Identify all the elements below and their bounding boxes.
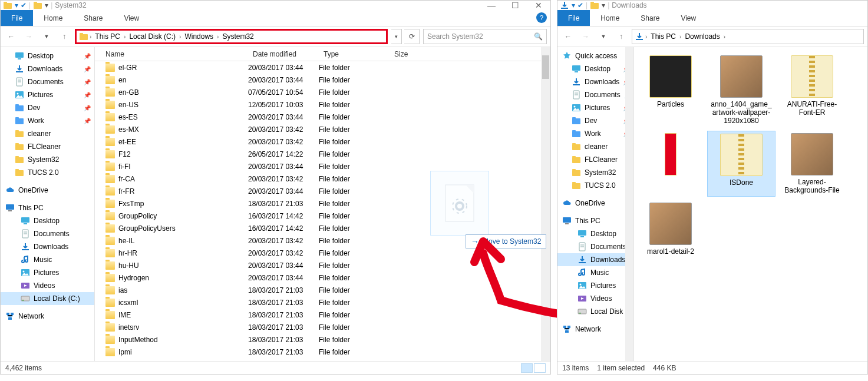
tab-home[interactable]: Home [33,10,73,26]
nav-item-documents[interactable]: Documents [1,227,94,240]
nav-onedrive[interactable]: OneDrive [1,184,94,197]
nav-item-downloads[interactable]: Downloads📌 [557,75,633,88]
nav-item-desktop[interactable]: Desktop📌 [557,62,633,75]
table-row[interactable]: Ipmi 18/03/2017 21:03 File folder [95,346,550,358]
search-input[interactable]: Search System32 🔍 [423,29,547,44]
nav-item-documents[interactable]: Documents [557,240,633,253]
nav-item-work[interactable]: Work📌 [557,127,633,140]
column-type[interactable]: Type [319,50,390,58]
nav-network[interactable]: Network [557,323,633,336]
breadcrumb[interactable]: Local Disk (C:) [127,32,178,41]
table-row[interactable]: F12 26/05/2017 14:22 File folder [95,148,550,160]
quick-access[interactable]: Quick access [557,49,633,62]
grid-item[interactable]: Particles [636,53,705,127]
details-view-button[interactable] [521,363,533,373]
nav-item-pictures[interactable]: Pictures📌 [1,88,94,101]
up-button[interactable]: ↑ [614,29,628,44]
nav-item-cleaner[interactable]: cleaner [557,140,633,153]
grid-item[interactable] [636,131,705,197]
breadcrumb[interactable]: Windows [182,32,216,41]
table-row[interactable]: en-GB 07/05/2017 10:54 File folder [95,86,550,98]
table-row[interactable]: ias 18/03/2017 21:03 File folder [95,284,550,296]
back-button[interactable]: ← [561,29,575,44]
nav-item-documents[interactable]: Documents📌 [557,88,633,101]
address-bar[interactable]: › This PC› Downloads› [632,29,864,44]
table-row[interactable]: es-ES 20/03/2017 03:44 File folder [95,111,550,123]
recent-button[interactable]: ▼ [39,29,54,44]
column-name[interactable]: Name [95,50,248,58]
nav-thispc[interactable]: This PC [1,201,94,214]
nav-item-flcleaner[interactable]: FLCleaner [1,140,94,153]
content-area[interactable]: Particles anno_1404_game_artwork-wallpap… [634,47,867,361]
nav-item-cleaner[interactable]: cleaner [1,127,94,140]
table-row[interactable]: hr-HR 20/03/2017 03:42 File folder [95,247,550,259]
grid-item[interactable]: Layered-Backgrounds-File [778,131,846,197]
tab-home[interactable]: Home [590,10,630,26]
column-headers[interactable]: Name Date modified Type Size [95,47,550,61]
breadcrumb[interactable]: This PC [93,32,123,41]
forward-button[interactable]: → [579,29,593,44]
up-button[interactable]: ↑ [57,29,71,44]
table-row[interactable]: IME 18/03/2017 21:03 File folder [95,309,550,321]
titlebar[interactable]: ▾ ✔ | ▾ | Downloads [557,1,867,10]
close-button[interactable]: ✕ [527,1,550,10]
breadcrumb[interactable]: System32 [220,32,256,41]
nav-thispc[interactable]: This PC [557,214,633,227]
chevron-right-icon[interactable]: › [90,34,91,40]
nav-item-music[interactable]: Music [557,266,633,279]
nav-item-videos[interactable]: Videos [1,279,94,292]
nav-item-downloads[interactable]: Downloads [557,253,633,266]
nav-item-flcleaner[interactable]: FLCleaner [557,153,633,166]
breadcrumb[interactable]: Downloads [682,32,722,41]
column-size[interactable]: Size [390,50,437,58]
recent-button[interactable]: ▼ [596,29,610,44]
back-button[interactable]: ← [4,29,18,44]
table-row[interactable]: es-MX 20/03/2017 03:42 File folder [95,123,550,135]
scrollbar[interactable] [625,47,633,361]
icons-view-button[interactable] [534,363,546,373]
nav-item-system32[interactable]: System32 [557,166,633,179]
nav-item-music[interactable]: Music [1,253,94,266]
nav-item-work[interactable]: Work📌 [1,114,94,127]
nav-item-videos[interactable]: Videos [557,292,633,305]
help-button[interactable]: ? [536,12,547,23]
scrollbar[interactable] [541,47,550,361]
nav-item-documents[interactable]: Documents📌 [1,75,94,88]
table-row[interactable]: en 20/03/2017 03:44 File folder [95,74,550,86]
table-row[interactable]: el-GR 20/03/2017 03:44 File folder [95,61,550,74]
forward-button[interactable]: → [22,29,36,44]
grid-item[interactable]: ISDone [707,131,775,197]
nav-item-pictures[interactable]: Pictures📌 [557,101,633,114]
nav-item-system32[interactable]: System32 [1,153,94,166]
address-bar[interactable]: › This PC› Local Disk (C:)› Windows› Sys… [75,29,388,44]
tab-view[interactable]: View [670,10,707,26]
tab-view[interactable]: View [113,10,150,26]
table-row[interactable]: InputMethod 18/03/2017 21:03 File folder [95,333,550,346]
tab-share[interactable]: Share [630,10,670,26]
tab-share[interactable]: Share [73,10,113,26]
nav-item-dev[interactable]: Dev📌 [557,114,633,127]
table-row[interactable]: inetsrv 18/03/2017 21:03 File folder [95,321,550,333]
table-row[interactable]: icsxml 18/03/2017 21:03 File folder [95,296,550,309]
nav-item-local-disk-c-[interactable]: Local Disk (C:) [557,305,633,318]
refresh-button[interactable]: ⟳ [404,29,420,44]
nav-item-desktop[interactable]: Desktop [1,214,94,227]
nav-network[interactable]: Network [1,310,94,323]
nav-item-pictures[interactable]: Pictures [1,266,94,279]
maximize-button[interactable]: ☐ [503,1,527,10]
nav-item-tucs 2.0[interactable]: TUCS 2.0 [557,179,633,192]
table-row[interactable]: hu-HU 20/03/2017 03:44 File folder [95,259,550,271]
nav-item-dev[interactable]: Dev📌 [1,101,94,114]
address-dropdown[interactable]: ▾ [391,29,402,44]
minimize-button[interactable]: — [480,1,503,10]
tab-file[interactable]: File [557,10,590,26]
nav-onedrive[interactable]: OneDrive [557,197,633,210]
breadcrumb[interactable]: This PC [648,32,678,41]
nav-item-desktop[interactable]: Desktop [557,227,633,240]
grid-item[interactable]: anno_1404_game_artwork-wallpaper-1920x10… [707,53,775,127]
nav-item-downloads[interactable]: Downloads [1,240,94,253]
navigation-pane[interactable]: Quick accessDesktop📌Downloads📌Documents📌… [557,47,634,361]
view-switcher[interactable] [521,363,546,373]
nav-item-tucs 2.0[interactable]: TUCS 2.0 [1,166,94,179]
table-row[interactable]: en-US 12/05/2017 10:03 File folder [95,98,550,111]
